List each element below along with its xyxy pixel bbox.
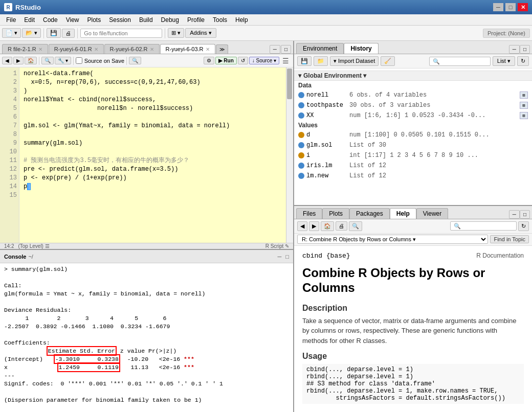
env-row-toothpaste[interactable]: toothpaste 30 obs. of 3 variables ⊞ xyxy=(294,100,532,110)
open-file-button[interactable]: 📂 ▾ xyxy=(22,28,41,38)
search-code-button[interactable]: 🔍 xyxy=(129,57,141,64)
search-help-input[interactable] xyxy=(450,221,517,231)
variable-label: i xyxy=(306,152,310,159)
import-dataset-button[interactable]: ▾ Import Dataset xyxy=(330,56,379,66)
tools-button[interactable]: 🔧 ▾ xyxy=(55,57,71,64)
code-editor[interactable]: 12345 678910 1112131415 norell<-data.fra… xyxy=(0,67,293,243)
code-content[interactable]: norell<-data.frame( x=0:5, n=rep(70,6), … xyxy=(19,67,286,243)
env-clear-button[interactable]: 🧹 xyxy=(381,56,395,66)
go-to-file-input[interactable] xyxy=(80,29,162,38)
refresh-help-button[interactable]: ↻ xyxy=(518,221,529,231)
run-button[interactable]: ▶ Run xyxy=(215,57,236,64)
close-button[interactable]: ✕ xyxy=(518,3,528,11)
console-content[interactable]: > summary(glm.sol) Call: glm(formula = Y… xyxy=(0,263,293,412)
tab-r-file-2-1[interactable]: R file-2-1.R ✕ xyxy=(2,44,48,54)
forward-button[interactable]: ▶ xyxy=(13,57,24,64)
save-button[interactable]: 💾 xyxy=(47,28,61,38)
env-row-d[interactable]: d num [1:100] 0 0.0505 0.101 0.1515 0... xyxy=(294,130,532,140)
env-refresh-button[interactable]: ↻ xyxy=(517,56,529,66)
forward-help-button[interactable]: ▶ xyxy=(309,221,319,231)
tab-r-yueyi-6-02[interactable]: R-yueyi-6-02.R ✕ xyxy=(104,44,160,54)
env-row-norell[interactable]: norell 6 obs. of 4 variables ⊞ xyxy=(294,90,532,100)
close-tab-icon[interactable]: ✕ xyxy=(38,47,42,52)
menu-edit[interactable]: Edit xyxy=(20,15,39,25)
menu-file[interactable]: File xyxy=(2,15,20,25)
list-view-button[interactable]: List ▾ xyxy=(493,56,515,66)
project-label[interactable]: Project: (None) xyxy=(483,29,530,38)
env-maximize-button[interactable]: □ xyxy=(520,45,530,54)
variable-info: num [1:100] 0 0.0505 0.101 0.1515 0... xyxy=(349,131,528,139)
find-topic-button[interactable]: Find in Topic xyxy=(490,235,529,243)
find-in-help-button[interactable]: 🔍 xyxy=(349,221,362,231)
tab-files[interactable]: Files xyxy=(296,208,322,219)
collapse-editor-button[interactable]: ─ xyxy=(270,45,280,54)
view-variable-button[interactable]: ⊞ xyxy=(520,91,528,99)
new-file-button[interactable]: 📄 ▾ xyxy=(2,28,21,38)
close-tab-icon[interactable]: ✕ xyxy=(150,47,154,52)
workspace-button[interactable]: ⊞ ▾ xyxy=(168,28,184,38)
tab-plots[interactable]: Plots xyxy=(322,208,349,219)
editor-scrollbar[interactable] xyxy=(286,67,293,243)
env-row-i[interactable]: i int [1:17] 1 2 3 4 5 6 7 8 9 10 ... xyxy=(294,150,532,161)
maximize-button[interactable]: □ xyxy=(505,3,516,11)
variable-label: d xyxy=(306,131,310,139)
tab-r-yueyi-6-03[interactable]: R-yueyi-6-03.R ✕ xyxy=(160,44,215,54)
more-tabs-button[interactable]: ≫ xyxy=(216,44,228,54)
find-button[interactable]: 🔍 xyxy=(41,57,54,64)
console-minimize-button[interactable]: ─ xyxy=(278,254,282,260)
variable-icon xyxy=(298,112,304,119)
help-collapse-button[interactable]: ─ xyxy=(509,210,520,219)
help-topic-select[interactable]: R: Combine R Objects by Rows or Columns … xyxy=(297,235,488,244)
addins-button[interactable]: Addins ▾ xyxy=(185,28,216,38)
env-row-iris-lm[interactable]: iris.lm List of 12 xyxy=(294,161,532,171)
re-run-button[interactable]: ↺ xyxy=(238,57,248,64)
tab-viewer[interactable]: Viewer xyxy=(416,208,448,219)
show-in-folder-button[interactable]: 🏠 xyxy=(25,57,37,64)
print-help-button[interactable]: 🖨 xyxy=(336,221,347,231)
menu-debug[interactable]: Debug xyxy=(157,15,183,25)
close-tab-icon[interactable]: ✕ xyxy=(94,47,98,52)
tab-history[interactable]: History xyxy=(344,43,378,54)
menu-build[interactable]: Build xyxy=(135,15,157,25)
source-on-save-checkbox[interactable] xyxy=(76,57,82,64)
source-button[interactable]: ↓ Source ▾ xyxy=(249,57,279,64)
env-row-glm-sol[interactable]: glm.sol List of 30 xyxy=(294,140,532,150)
menu-help[interactable]: Help xyxy=(231,15,252,25)
global-environment-header[interactable]: ▾ Global Environment ▾ xyxy=(294,71,532,81)
tab-r-yueyi-6-01[interactable]: R-yueyi-6-01.R ✕ xyxy=(49,44,104,54)
minimize-button[interactable]: ─ xyxy=(493,3,503,11)
help-maximize-button[interactable]: □ xyxy=(520,210,530,219)
variable-info: List of 12 xyxy=(349,172,528,179)
env-row-lm-new[interactable]: lm.new List of 12 xyxy=(294,171,532,181)
editor-menu-button[interactable]: ☰ xyxy=(280,57,291,65)
view-variable-button[interactable]: ⊞ xyxy=(520,102,528,109)
source-on-save-label: Source on Save xyxy=(84,58,124,64)
close-tab-icon[interactable]: ✕ xyxy=(206,47,210,52)
menu-profile[interactable]: Profile xyxy=(183,15,209,25)
env-save-button[interactable]: 💾 xyxy=(297,56,312,66)
compile-button[interactable]: ⚙ xyxy=(204,57,214,64)
back-button[interactable]: ◀ xyxy=(2,57,12,64)
menu-session[interactable]: Session xyxy=(105,15,135,25)
env-search-input[interactable] xyxy=(429,57,491,66)
print-button[interactable]: 🖨 xyxy=(62,29,75,38)
menu-plots[interactable]: Plots xyxy=(83,15,105,25)
home-help-button[interactable]: 🏠 xyxy=(321,221,334,231)
maximize-editor-button[interactable]: □ xyxy=(281,45,291,54)
env-collapse-button[interactable]: ─ xyxy=(509,45,520,54)
menu-code[interactable]: Code xyxy=(39,15,62,25)
menu-tools[interactable]: Tools xyxy=(209,15,231,25)
env-toolbar: 💾 📁 ▾ Import Dataset 🧹 List ▾ ↻ xyxy=(294,54,532,68)
view-variable-button[interactable]: ⊞ xyxy=(520,112,528,119)
env-load-button[interactable]: 📁 xyxy=(314,56,328,66)
tab-environment[interactable]: Environment xyxy=(296,43,344,54)
env-row-xx[interactable]: XX num [1:6, 1:6] 1 0.0523 -0.3434 -0...… xyxy=(294,110,532,121)
code-line xyxy=(24,113,282,122)
tab-packages[interactable]: Packages xyxy=(349,208,390,219)
variable-name: iris.lm xyxy=(298,162,349,169)
back-help-button[interactable]: ◀ xyxy=(297,221,307,231)
menu-view[interactable]: View xyxy=(62,15,83,25)
variable-info: 30 obs. of 3 variables xyxy=(349,102,520,109)
console-maximize-button[interactable]: □ xyxy=(285,254,289,260)
tab-help[interactable]: Help xyxy=(390,208,416,219)
